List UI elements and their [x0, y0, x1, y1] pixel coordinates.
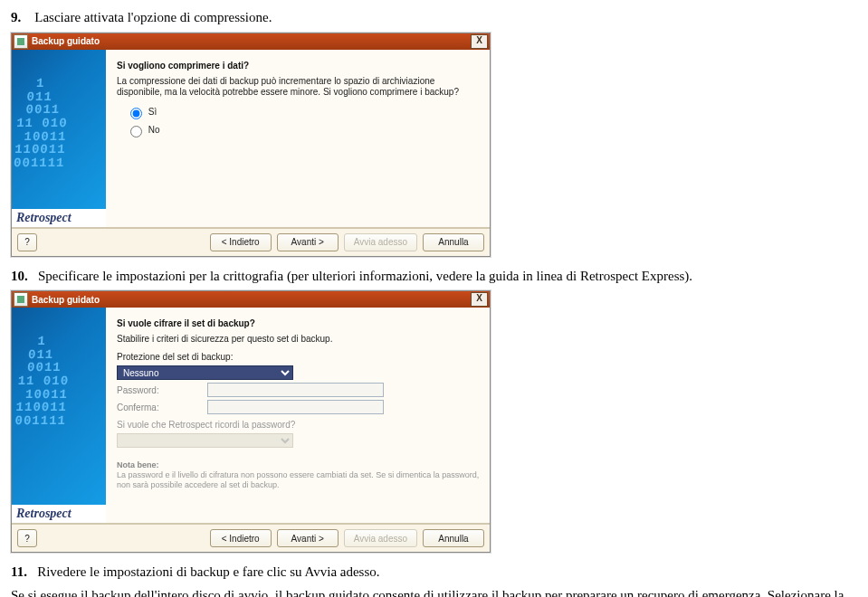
- remember-label: Si vuole che Retrospect ricordi la passw…: [117, 420, 481, 431]
- sidebar-art: 1 011 0011 11 010 10011 110011 001111: [5, 308, 114, 523]
- step-10-text: Specificare le impostazioni per la critt…: [38, 269, 692, 283]
- titlebar[interactable]: Backup guidato X: [12, 33, 490, 50]
- step-11-body: Se si esegue il backup dell'intero disco…: [11, 587, 857, 598]
- help-button[interactable]: ?: [17, 529, 37, 547]
- cancel-button[interactable]: Annulla: [423, 529, 484, 547]
- dialog-footer: ? < Indietro Avanti > Avvia adesso Annul…: [12, 227, 490, 256]
- step-11-lead: Rivedere le impostazioni di backup e far…: [37, 564, 379, 579]
- note-head: Nota bene:: [117, 460, 159, 469]
- dialog-encryption: Backup guidato X 1 011 0011 11 010 10011…: [11, 290, 491, 553]
- dialog-compression: Backup guidato X 1 011 0011 11 010 10011…: [11, 33, 491, 257]
- security-line1: Stabilire i criteri di sicurezza per que…: [117, 334, 481, 345]
- window-title: Backup guidato: [32, 36, 100, 46]
- close-button[interactable]: X: [471, 34, 488, 49]
- step-10: 10. Specificare le impostazioni per la c…: [11, 268, 857, 286]
- confirm-field[interactable]: [207, 400, 384, 414]
- question-heading: Si vuole cifrare il set di backup?: [117, 318, 481, 328]
- note-body: La password e il livello di cifratura no…: [117, 470, 479, 489]
- close-button[interactable]: X: [471, 292, 488, 307]
- start-now-button[interactable]: Avvia adesso: [344, 233, 417, 251]
- note-block: Nota bene: La password e il livello di c…: [117, 460, 481, 489]
- help-button[interactable]: ?: [17, 233, 37, 251]
- radio-yes-label: Sì: [148, 106, 157, 116]
- step-11: 11. Rivedere le impostazioni di backup e…: [11, 564, 857, 582]
- next-button[interactable]: Avanti >: [277, 529, 339, 547]
- wizard-sidebar: 1 011 0011 11 010 10011 110011 001111 Re…: [12, 308, 106, 523]
- confirm-label: Conferma:: [117, 403, 207, 412]
- dialog-footer: ? < Indietro Avanti > Avvia adesso Annul…: [12, 523, 490, 552]
- window-title: Backup guidato: [32, 295, 100, 305]
- radio-no[interactable]: [130, 126, 142, 137]
- question-heading: Si vogliono comprimere i dati?: [117, 61, 481, 71]
- app-icon: [14, 292, 28, 307]
- step-9: 9. Lasciare attivata l'opzione di compre…: [11, 9, 857, 27]
- sidebar-art: 1 011 0011 11 010 10011 110011 001111: [5, 50, 112, 227]
- next-button[interactable]: Avanti >: [277, 233, 339, 251]
- start-now-button[interactable]: Avvia adesso: [344, 529, 417, 547]
- app-icon: [14, 34, 28, 49]
- remember-select[interactable]: [117, 433, 293, 448]
- password-label: Password:: [117, 385, 207, 395]
- back-button[interactable]: < Indietro: [210, 233, 272, 251]
- radio-no-label: No: [148, 124, 160, 134]
- wizard-sidebar: 1 011 0011 11 010 10011 110011 001111 Re…: [12, 50, 106, 227]
- titlebar[interactable]: Backup guidato X: [12, 291, 490, 308]
- security-line2: Protezione del set di backup:: [117, 352, 481, 363]
- option-yes[interactable]: Sì: [126, 105, 481, 119]
- password-field[interactable]: [207, 383, 384, 397]
- step-11-number: 11.: [11, 564, 27, 579]
- option-no[interactable]: No: [126, 123, 481, 137]
- step-10-number: 10.: [11, 269, 28, 283]
- cancel-button[interactable]: Annulla: [423, 233, 484, 251]
- step-9-text: Lasciare attivata l'opzione di compressi…: [34, 10, 272, 24]
- radio-yes[interactable]: [130, 108, 142, 119]
- back-button[interactable]: < Indietro: [210, 529, 272, 547]
- protection-select[interactable]: Nessuno: [117, 365, 293, 380]
- question-desc: La compressione dei dati di backup può i…: [117, 76, 481, 98]
- step-9-number: 9.: [11, 10, 21, 24]
